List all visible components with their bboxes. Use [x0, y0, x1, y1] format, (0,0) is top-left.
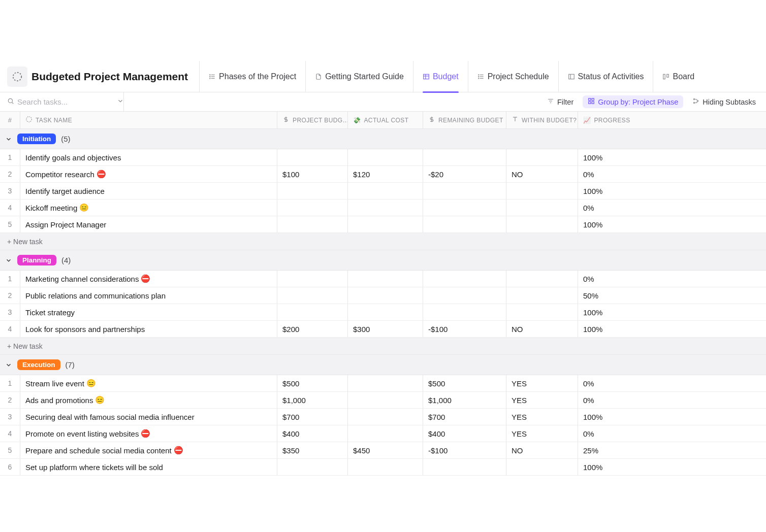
remaining-cell[interactable]: [423, 200, 506, 216]
task-name-cell[interactable]: Marketing channel considerations ⛔: [20, 271, 277, 287]
new-task-button[interactable]: + New task: [0, 338, 766, 355]
filter-button[interactable]: Filter: [542, 95, 579, 108]
remaining-cell[interactable]: [423, 304, 506, 320]
within-cell[interactable]: [506, 459, 578, 475]
task-name-cell[interactable]: Public relations and communications plan: [20, 287, 277, 304]
budget-cell[interactable]: [277, 216, 348, 232]
table-row[interactable]: 1 Identify goals and objectives 100%: [0, 149, 766, 166]
table-row[interactable]: 1 Marketing channel considerations ⛔ 0%: [0, 271, 766, 287]
actual-cell[interactable]: [348, 392, 423, 408]
progress-cell[interactable]: 100%: [578, 216, 652, 232]
task-name-cell[interactable]: Ads and promotions 😑: [20, 392, 277, 408]
column-header-within[interactable]: WITHIN BUDGET?: [506, 112, 578, 128]
table-row[interactable]: 4 Look for sponsors and partnerships $20…: [0, 321, 766, 338]
actual-cell[interactable]: [348, 216, 423, 232]
table-row[interactable]: 6 Set up platform where tickets will be …: [0, 459, 766, 476]
task-name-cell[interactable]: Set up platform where tickets will be so…: [20, 459, 277, 475]
budget-cell[interactable]: [277, 459, 348, 475]
task-name-cell[interactable]: Assign Project Manager: [20, 216, 277, 232]
group-by-button[interactable]: Group by: Project Phase: [583, 95, 683, 108]
column-header-num[interactable]: #: [0, 112, 20, 128]
actual-cell[interactable]: [348, 459, 423, 475]
within-cell[interactable]: [506, 216, 578, 232]
column-header-progress[interactable]: 📈 PROGRESS: [578, 112, 652, 128]
within-cell[interactable]: [506, 304, 578, 320]
actual-cell[interactable]: [348, 149, 423, 165]
budget-cell[interactable]: [277, 287, 348, 304]
progress-cell[interactable]: 0%: [578, 392, 652, 408]
within-cell[interactable]: NO: [506, 321, 578, 337]
group-header-execution[interactable]: Execution (7): [0, 355, 766, 375]
table-row[interactable]: 5 Assign Project Manager 100%: [0, 216, 766, 233]
tab-budget[interactable]: Budget: [413, 61, 468, 92]
budget-cell[interactable]: $700: [277, 409, 348, 425]
table-row[interactable]: 3 Identify target audience 100%: [0, 183, 766, 200]
table-row[interactable]: 4 Promote on event listing websites ⛔ $4…: [0, 425, 766, 442]
remaining-cell[interactable]: $400: [423, 425, 506, 442]
tab-project-schedule[interactable]: Project Schedule: [468, 61, 558, 92]
remaining-cell[interactable]: -$20: [423, 166, 506, 182]
budget-cell[interactable]: $1,000: [277, 392, 348, 408]
progress-cell[interactable]: 0%: [578, 200, 652, 216]
actual-cell[interactable]: [348, 271, 423, 287]
within-cell[interactable]: [506, 287, 578, 304]
column-header-actual[interactable]: 💸 ACTUAL COST: [348, 112, 423, 128]
tab-phases-of-the-project[interactable]: Phases of the Project: [199, 61, 305, 92]
task-name-cell[interactable]: Securing deal with famous social media i…: [20, 409, 277, 425]
budget-cell[interactable]: $500: [277, 375, 348, 391]
within-cell[interactable]: [506, 149, 578, 165]
column-header-name[interactable]: TASK NAME: [20, 112, 277, 128]
budget-cell[interactable]: [277, 304, 348, 320]
progress-cell[interactable]: 100%: [578, 321, 652, 337]
remaining-cell[interactable]: $1,000: [423, 392, 506, 408]
chevron-down-icon[interactable]: [5, 361, 12, 369]
task-name-cell[interactable]: Kickoff meeting 😑: [20, 200, 277, 216]
task-name-cell[interactable]: Competitor research ⛔: [20, 166, 277, 182]
remaining-cell[interactable]: [423, 287, 506, 304]
hiding-subtasks-button[interactable]: Hiding Subtasks: [687, 95, 761, 108]
remaining-cell[interactable]: -$100: [423, 321, 506, 337]
actual-cell[interactable]: [348, 287, 423, 304]
budget-cell[interactable]: [277, 271, 348, 287]
remaining-cell[interactable]: $500: [423, 375, 506, 391]
new-task-button[interactable]: + New task: [0, 233, 766, 250]
within-cell[interactable]: NO: [506, 166, 578, 182]
within-cell[interactable]: [506, 183, 578, 199]
task-name-cell[interactable]: Ticket strategy: [20, 304, 277, 320]
task-name-cell[interactable]: Identify goals and objectives: [20, 149, 277, 165]
within-cell[interactable]: YES: [506, 392, 578, 408]
remaining-cell[interactable]: $700: [423, 409, 506, 425]
column-header-remaining[interactable]: REMAINING BUDGET: [423, 112, 506, 128]
within-cell[interactable]: [506, 200, 578, 216]
actual-cell[interactable]: $120: [348, 166, 423, 182]
budget-cell[interactable]: $100: [277, 166, 348, 182]
table-row[interactable]: 4 Kickoff meeting 😑 0%: [0, 200, 766, 216]
table-row[interactable]: 2 Ads and promotions 😑 $1,000 $1,000 YES…: [0, 392, 766, 409]
task-name-cell[interactable]: Promote on event listing websites ⛔: [20, 425, 277, 442]
remaining-cell[interactable]: [423, 459, 506, 475]
task-name-cell[interactable]: Identify target audience: [20, 183, 277, 199]
progress-cell[interactable]: 100%: [578, 183, 652, 199]
progress-cell[interactable]: 0%: [578, 271, 652, 287]
progress-cell[interactable]: 0%: [578, 425, 652, 442]
actual-cell[interactable]: [348, 304, 423, 320]
table-row[interactable]: 3 Securing deal with famous social media…: [0, 409, 766, 425]
progress-cell[interactable]: 100%: [578, 459, 652, 475]
tab-status-of-activities[interactable]: Status of Activities: [558, 61, 653, 92]
progress-cell[interactable]: 50%: [578, 287, 652, 304]
group-header-initiation[interactable]: Initiation (5): [0, 129, 766, 149]
budget-cell[interactable]: $400: [277, 425, 348, 442]
actual-cell[interactable]: [348, 375, 423, 391]
group-header-planning[interactable]: Planning (4): [0, 250, 766, 271]
actual-cell[interactable]: $450: [348, 442, 423, 458]
search-input[interactable]: [17, 97, 114, 106]
remaining-cell[interactable]: [423, 216, 506, 232]
chevron-down-icon[interactable]: [5, 136, 12, 143]
progress-cell[interactable]: 100%: [578, 149, 652, 165]
within-cell[interactable]: NO: [506, 442, 578, 458]
actual-cell[interactable]: [348, 183, 423, 199]
tab-getting-started-guide[interactable]: Getting Started Guide: [305, 61, 413, 92]
budget-cell[interactable]: [277, 200, 348, 216]
budget-cell[interactable]: $200: [277, 321, 348, 337]
remaining-cell[interactable]: -$100: [423, 442, 506, 458]
